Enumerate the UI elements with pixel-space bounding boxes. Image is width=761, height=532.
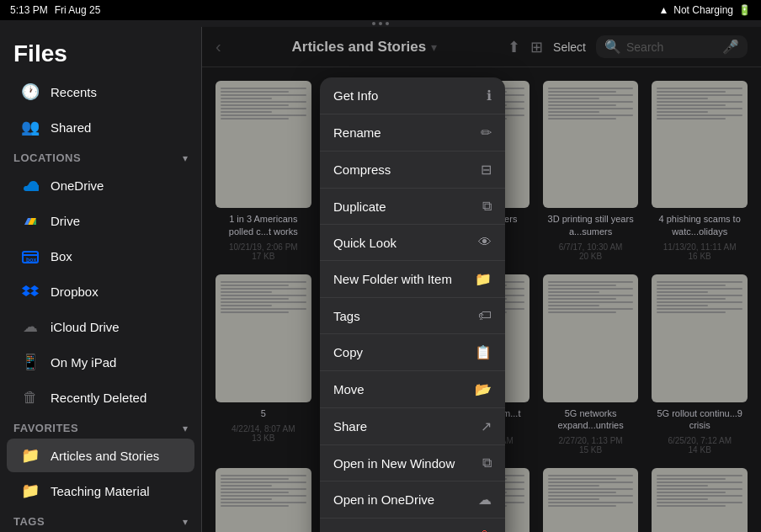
recents-icon: 🕐 — [20, 82, 40, 102]
favorites-section-header[interactable]: Favorites ▾ — [0, 415, 201, 438]
context-item-icon: 🏷 — [478, 308, 492, 323]
drive-label: Drive — [51, 214, 80, 228]
onedrive-icon — [20, 175, 40, 195]
context-menu-item-share[interactable]: Share ↗ — [320, 408, 505, 445]
context-menu-item-delete[interactable]: Delete 🗑 — [320, 519, 505, 532]
context-menu-item-open-in-new-window[interactable]: Open in New Window ⧉ — [320, 445, 505, 481]
battery-status: Not Charging — [673, 4, 733, 16]
context-item-label: Get Info — [333, 88, 378, 103]
favorites-label: Favorites — [13, 422, 78, 434]
context-item-icon: 📁 — [475, 271, 492, 287]
recents-label: Recents — [51, 85, 97, 99]
context-menu-item-compress[interactable]: Compress ⊟ — [320, 152, 505, 189]
favorites-chevron: ▾ — [183, 423, 188, 434]
context-menu-item-quick-look[interactable]: Quick Look 👁 — [320, 225, 505, 261]
context-menu-item-rename[interactable]: Rename ✏ — [320, 114, 505, 152]
shared-icon: 👥 — [20, 117, 40, 137]
context-item-label: Rename — [333, 125, 381, 140]
context-menu-item-copy[interactable]: Copy 📋 — [320, 334, 505, 371]
context-menu-item-open-in-onedrive[interactable]: Open in OneDrive ☁ — [320, 481, 505, 519]
context-item-icon: ℹ — [487, 88, 492, 104]
locations-section-header[interactable]: Locations ▾ — [0, 145, 201, 168]
teaching-label: Teaching Material — [51, 484, 150, 498]
context-item-icon: 📋 — [475, 344, 492, 360]
sidebar-item-box[interactable]: box Box — [7, 239, 194, 273]
shared-label: Shared — [51, 120, 91, 135]
context-item-label: New Folder with Item — [333, 272, 452, 286]
context-item-icon: ✏ — [481, 125, 492, 141]
context-item-icon: ⊟ — [481, 162, 492, 178]
sidebar-item-drive[interactable]: Drive — [7, 204, 194, 237]
ipad-label: On My iPad — [51, 355, 116, 370]
ipad-icon: 📱 — [20, 352, 40, 372]
sidebar-item-recently-deleted[interactable]: 🗑 Recently Deleted — [7, 380, 194, 414]
deleted-icon: 🗑 — [20, 387, 40, 407]
context-menu-item-duplicate[interactable]: Duplicate ⧉ — [320, 189, 505, 225]
context-item-label: Copy — [333, 345, 363, 359]
drive-icon — [20, 210, 40, 231]
sidebar-item-ipad[interactable]: 📱 On My iPad — [7, 345, 194, 379]
context-menu-item-get-info[interactable]: Get Info ℹ — [320, 77, 505, 114]
tags-chevron: ▾ — [183, 516, 188, 528]
context-menu-item-tags[interactable]: Tags 🏷 — [320, 298, 505, 334]
context-menu-item-move[interactable]: Move 📂 — [320, 371, 505, 408]
battery-icon: 🔋 — [738, 4, 751, 16]
articles-folder-icon: 📁 — [20, 445, 40, 466]
context-item-label: Quick Look — [333, 236, 396, 250]
locations-label: Locations — [13, 152, 81, 164]
recently-deleted-label: Recently Deleted — [51, 391, 146, 405]
context-item-icon: 👁 — [478, 235, 492, 250]
sidebar-item-articles[interactable]: 📁 Articles and Stories — [7, 439, 194, 472]
context-item-icon: ☁ — [478, 492, 492, 508]
context-item-label: Open in New Window — [333, 456, 455, 471]
context-item-label: Compress — [333, 162, 391, 177]
context-item-icon: ↗ — [481, 418, 492, 434]
onedrive-label: OneDrive — [51, 178, 104, 193]
status-time: 5:13 PM — [10, 4, 48, 16]
sidebar-item-icloud[interactable]: ☁ iCloud Drive — [7, 310, 194, 343]
context-item-icon: 🗑 — [478, 529, 492, 532]
sidebar-item-recents[interactable]: 🕐 Recents — [7, 75, 194, 109]
context-item-icon: ⧉ — [482, 455, 492, 471]
wifi-icon: ▲ — [658, 4, 668, 16]
dropbox-icon — [20, 281, 40, 301]
context-item-label: Tags — [333, 309, 360, 323]
context-item-icon: ⧉ — [482, 199, 492, 214]
sidebar-item-shared[interactable]: 👥 Shared — [7, 110, 194, 144]
locations-chevron: ▾ — [183, 152, 188, 164]
sidebar-item-dropbox[interactable]: Dropbox — [7, 274, 194, 308]
content-area: ‹ Articles and Stories ▾ ⬆ ⊞ Select 🔍 🎤 — [202, 27, 761, 532]
box-icon: box — [20, 246, 40, 266]
tags-label: Tags — [13, 515, 45, 528]
status-bar: 5:13 PM Fri Aug 25 ▲ Not Charging 🔋 — [0, 0, 761, 20]
context-item-label: Delete — [333, 529, 370, 533]
context-item-label: Open in OneDrive — [333, 492, 434, 507]
sidebar-title: Files — [0, 27, 201, 74]
icloud-icon: ☁ — [20, 317, 40, 337]
sidebar-item-onedrive[interactable]: OneDrive — [7, 168, 194, 202]
dropbox-label: Dropbox — [51, 285, 98, 299]
window-controls — [0, 20, 761, 27]
context-menu: Get Info ℹ Rename ✏ Compress ⊟ Duplicate… — [320, 77, 505, 532]
icloud-label: iCloud Drive — [51, 320, 120, 334]
sidebar: Files 🕐 Recents 👥 Shared Locations ▾ One… — [0, 27, 202, 532]
box-label: Box — [51, 249, 72, 263]
context-item-label: Duplicate — [333, 200, 386, 214]
articles-label: Articles and Stories — [51, 449, 159, 463]
teaching-folder-icon: 📁 — [20, 481, 40, 501]
status-date: Fri Aug 25 — [55, 4, 101, 16]
svg-text:box: box — [26, 257, 37, 263]
context-item-label: Share — [333, 419, 367, 434]
context-item-icon: 📂 — [475, 381, 492, 397]
context-item-label: Move — [333, 382, 365, 396]
sidebar-item-teaching[interactable]: 📁 Teaching Material — [7, 474, 194, 508]
context-menu-item-new-folder-with-item[interactable]: New Folder with Item 📁 — [320, 261, 505, 298]
tags-section-header[interactable]: Tags ▾ — [0, 508, 201, 531]
